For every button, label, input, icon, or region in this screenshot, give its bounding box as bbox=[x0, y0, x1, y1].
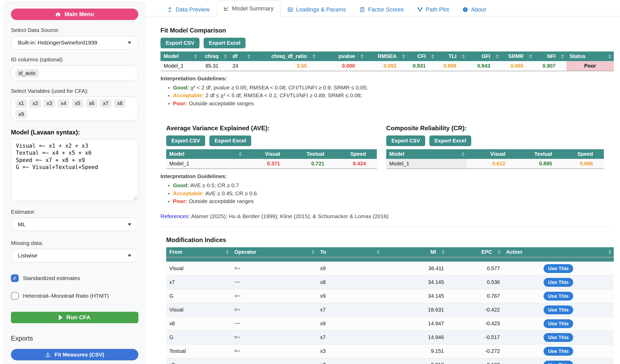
col-header-to[interactable]: To bbox=[317, 247, 382, 257]
col-header-operator[interactable]: Operator bbox=[231, 247, 317, 257]
use-this-button[interactable]: Use This bbox=[544, 306, 573, 314]
col-header-visual[interactable]: Visual bbox=[467, 149, 516, 159]
cr-section: Composite Reliability (CR): Export CSV E… bbox=[386, 125, 604, 169]
col-header-srmr[interactable]: SRMR bbox=[501, 51, 534, 61]
sort-icon bbox=[224, 54, 227, 58]
col-header-ratio[interactable]: chisq_df_ratio bbox=[253, 51, 318, 61]
col-header-from[interactable]: From bbox=[166, 247, 231, 257]
table-row: Visual =~ x7 18.631 -0.422 Use This bbox=[166, 303, 614, 317]
sort-icon bbox=[226, 250, 229, 254]
col-header-model[interactable]: Model bbox=[160, 51, 199, 61]
variable-chip[interactable]: x4 bbox=[57, 99, 69, 108]
use-this-button[interactable]: Use This bbox=[544, 292, 573, 301]
col-header-textual[interactable]: Textual bbox=[291, 149, 335, 159]
col-header-speed[interactable]: Speed bbox=[335, 149, 377, 159]
htmt-checkbox[interactable] bbox=[11, 292, 19, 300]
ave-cr-guidelines: Interpretation Guidelines: Good: AVE ≥ 0… bbox=[160, 173, 620, 205]
variable-chip[interactable]: x8 bbox=[114, 99, 126, 108]
mi-value: 36.411 bbox=[382, 262, 447, 275]
variable-chip[interactable]: x5 bbox=[72, 99, 83, 108]
estimator-select[interactable]: ML bbox=[11, 218, 138, 231]
col-header-rmsea[interactable]: RMSEA bbox=[366, 51, 408, 61]
resize-handle[interactable] bbox=[133, 195, 137, 199]
fit-ratio-cell: 3.55 bbox=[253, 61, 318, 71]
variable-chip[interactable]: x1 bbox=[15, 99, 27, 108]
ave-export-excel-button[interactable]: Export Excel bbox=[209, 135, 251, 146]
use-this-button[interactable]: Use This bbox=[544, 347, 573, 356]
variables-input[interactable]: x1 x2 x3 x4 x5 x6 x7 x8 x9 bbox=[11, 97, 138, 121]
tab-path-plot[interactable]: Path Plot bbox=[410, 3, 456, 16]
table-icon bbox=[287, 7, 293, 12]
variable-chip[interactable]: x9 bbox=[15, 110, 27, 119]
chevron-down-icon bbox=[128, 255, 131, 257]
variable-chip[interactable]: x7 bbox=[100, 99, 112, 108]
col-header-status[interactable]: Status bbox=[566, 51, 614, 61]
sort-icon bbox=[194, 54, 197, 58]
use-this-button[interactable]: Use This bbox=[544, 278, 573, 287]
col-header-cfi[interactable]: CFI bbox=[408, 51, 437, 61]
table-row: Model_1 85.31 24 3.55 0.000 0.092 0.931 … bbox=[160, 61, 614, 71]
fit-gfi-cell: 0.943 bbox=[467, 61, 501, 71]
mi-operator: ~~ bbox=[231, 358, 317, 364]
mi-epc: -0.272 bbox=[447, 344, 503, 358]
home-icon bbox=[55, 11, 61, 17]
tab-loadings-params[interactable]: Loadings & Params bbox=[281, 3, 353, 16]
col-header-textual[interactable]: Textual bbox=[516, 149, 563, 159]
tab-factor-scores[interactable]: Factor Scores bbox=[353, 3, 410, 16]
missing-data-select[interactable]: Listwise bbox=[11, 249, 138, 262]
use-this-button[interactable]: Use This bbox=[544, 319, 573, 328]
use-this-button[interactable]: Use This bbox=[544, 264, 573, 273]
col-header-visual[interactable]: Visual bbox=[244, 149, 291, 159]
run-cfa-button[interactable]: Run CFA bbox=[11, 312, 138, 323]
col-header-model[interactable]: Model bbox=[386, 149, 467, 159]
mi-epc: -0.423 bbox=[447, 317, 503, 330]
variable-chip[interactable]: x3 bbox=[43, 99, 55, 108]
info-icon bbox=[462, 7, 468, 12]
col-header-mi[interactable]: MI bbox=[382, 247, 447, 257]
mi-from: Visual bbox=[166, 303, 231, 317]
tab-data-preview[interactable]: Data Preview bbox=[160, 3, 216, 16]
col-header-tli[interactable]: TLI bbox=[437, 51, 467, 61]
tab-about[interactable]: About bbox=[456, 3, 493, 16]
ave-section: Average Variance Explained (AVE): Export… bbox=[166, 125, 386, 169]
tab-model-summary[interactable]: Model Summary bbox=[216, 0, 281, 16]
guideline-poor: Poor: Outside acceptable ranges bbox=[173, 100, 620, 107]
col-header-speed[interactable]: Speed bbox=[563, 149, 604, 159]
main-menu-button[interactable]: Main Menu bbox=[11, 9, 138, 20]
id-chip[interactable]: id_auto bbox=[15, 69, 39, 77]
variable-chip[interactable]: x6 bbox=[86, 99, 98, 108]
col-header-chisq[interactable]: chisq bbox=[199, 51, 229, 61]
standardized-checkbox[interactable]: ✓ bbox=[11, 274, 19, 282]
cr-export-csv-button[interactable]: Export CSV bbox=[386, 135, 425, 146]
fit-export-excel-button[interactable]: Export Excel bbox=[204, 38, 246, 48]
sidebar: Main Menu Select Data Source: Built-in: … bbox=[4, 2, 146, 364]
fit-measures-csv-button[interactable]: Fit Measures (CSV) bbox=[11, 349, 138, 360]
model-syntax-textarea[interactable]: Visual =~ x1 + x2 + x3 Textual =~ x4 + x… bbox=[11, 139, 138, 201]
col-header-pvalue[interactable]: pvalue bbox=[318, 51, 366, 61]
sort-icon bbox=[608, 54, 611, 58]
fit-export-csv-button[interactable]: Export CSV bbox=[160, 38, 199, 48]
col-header-gfi[interactable]: GFI bbox=[467, 51, 501, 61]
col-header-epc[interactable]: EPC bbox=[447, 247, 503, 257]
table-row: Model_1 0.371 0.721 0.424 bbox=[166, 159, 377, 169]
id-columns-input[interactable]: id_auto bbox=[11, 65, 138, 81]
data-source-select[interactable]: Built-in: HolzingerSwineford1939 bbox=[11, 36, 138, 49]
variable-chip[interactable]: x2 bbox=[29, 99, 41, 108]
cr-table: Model Visual Textual Speed Model_1 0.612… bbox=[386, 149, 604, 169]
col-header-nfi[interactable]: NFI bbox=[534, 51, 566, 61]
use-this-button[interactable]: Use This bbox=[544, 361, 573, 364]
col-header-action[interactable]: Action bbox=[503, 247, 614, 257]
col-header-model[interactable]: Model bbox=[166, 149, 244, 159]
sort-icon bbox=[608, 250, 611, 254]
tab-bar: Data Preview Model Summary Loadings & Pa… bbox=[146, 0, 620, 16]
col-header-df[interactable]: df bbox=[229, 51, 253, 61]
standardized-label: Standardized estimates bbox=[23, 275, 80, 281]
ave-export-csv-button[interactable]: Export CSV bbox=[166, 135, 205, 146]
sort-icon bbox=[461, 152, 464, 156]
ave-table: Model Visual Textual Speed Model_1 0.371… bbox=[166, 149, 377, 169]
cr-export-excel-button[interactable]: Export Excel bbox=[429, 135, 471, 146]
ave-title: Average Variance Explained (AVE): bbox=[166, 125, 386, 132]
use-this-button[interactable]: Use This bbox=[544, 333, 573, 342]
mi-value: 34.145 bbox=[382, 289, 447, 303]
cr-title: Composite Reliability (CR): bbox=[386, 125, 604, 132]
